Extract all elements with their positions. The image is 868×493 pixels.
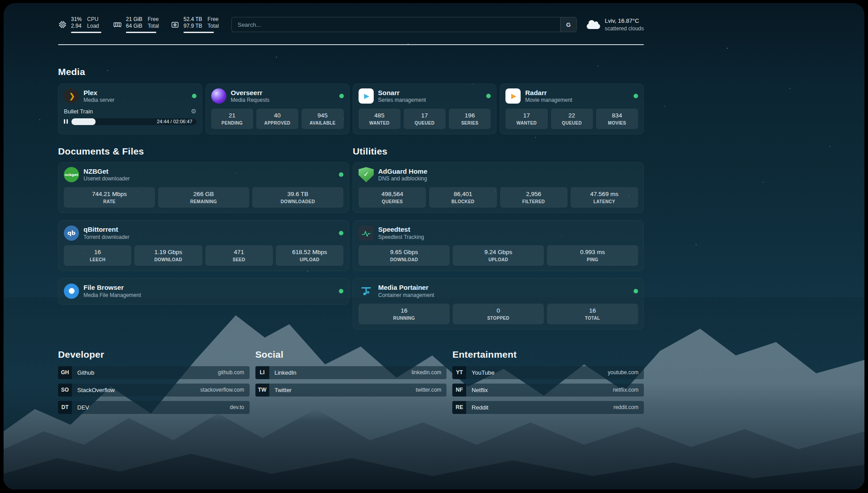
- status-dot: [486, 94, 491, 98]
- social-heading: Social: [255, 349, 447, 360]
- service-card-filebrowser[interactable]: File Browser Media File Management: [58, 278, 349, 304]
- stat-label: MOVIES: [597, 120, 637, 126]
- stat-label: DOWNLOAD: [359, 256, 449, 263]
- service-card-speedtest[interactable]: Speedtest Speedtest Tracking 9.65 Gbps D…: [353, 220, 644, 271]
- header-divider: [58, 44, 644, 45]
- stat-value: 86,401: [430, 190, 496, 198]
- stat-label: LATENCY: [572, 198, 637, 205]
- bookmark-abbr: SO: [58, 384, 72, 397]
- stat-label: QUEUED: [405, 120, 445, 126]
- bookmark-url: github.com: [218, 369, 244, 376]
- bookmark-name: StackOverflow: [77, 387, 115, 393]
- bookmark-github[interactable]: GH Github github.com: [58, 366, 250, 379]
- stat-value: 196: [450, 112, 490, 120]
- bookmark-name: DEV: [77, 404, 89, 411]
- status-dot: [634, 94, 638, 98]
- bookmark-youtube[interactable]: YT YouTube youtube.com: [452, 366, 644, 379]
- bookmark-reddit[interactable]: RE Reddit reddit.com: [452, 401, 644, 414]
- system-stats: 31% 2.94 CPU Load: [58, 16, 219, 33]
- bookmarks-social: Social LI LinkedIn linkedin.com TW Twitt…: [255, 349, 447, 401]
- service-card-adguard[interactable]: AdGuard Home DNS and adblocking 498,564 …: [353, 162, 644, 213]
- service-card-radarr[interactable]: Radarr Movie management 17 WANTED 22 QUE…: [500, 84, 644, 134]
- stat-value: 618.52 Mbps: [277, 248, 342, 256]
- bookmark-linkedin[interactable]: LI LinkedIn linkedin.com: [255, 366, 447, 379]
- stat-label: LEECH: [65, 256, 130, 263]
- stat-value: 485: [359, 112, 400, 120]
- stat-tile: 498,564 QUERIES: [359, 187, 426, 208]
- stat-tile: 17 QUEUED: [404, 109, 446, 129]
- service-card-qbittorrent[interactable]: qb qBittorrent Torrent downloader 16 LEE…: [58, 220, 349, 271]
- bookmark-abbr: LI: [255, 366, 269, 379]
- ram-stat: 21 GiB 64 GiB Free Total: [113, 16, 159, 33]
- stat-label: QUERIES: [359, 198, 425, 205]
- portainer-icon: [359, 284, 374, 299]
- stat-label: PENDING: [212, 120, 252, 126]
- search-input[interactable]: [232, 17, 560, 32]
- bookmark-abbr: GH: [58, 366, 72, 379]
- service-name: Media Portainer: [378, 283, 434, 292]
- stat-tile: 744.21 Mbps RATE: [64, 187, 155, 208]
- stat-tile: 16 LEECH: [64, 245, 131, 266]
- stat-tile: 0.993 ms PING: [547, 245, 638, 266]
- stat-value: 834: [597, 112, 637, 120]
- bookmark-netflix[interactable]: NF Netflix netflix.com: [452, 384, 644, 397]
- cpu-label-top: CPU: [87, 16, 99, 23]
- bookmark-name: Reddit: [472, 404, 488, 411]
- bookmarks-developer: Developer GH Github github.com SO StackO…: [58, 349, 250, 418]
- stat-value: 17: [405, 112, 445, 120]
- bookmark-twitter[interactable]: TW Twitter twitter.com: [255, 384, 447, 397]
- ram-usage-bar: [126, 32, 156, 33]
- stat-label: UPLOAD: [277, 256, 342, 263]
- stat-value: 40: [257, 112, 297, 120]
- weather-condition: scattered clouds: [605, 25, 644, 32]
- service-name: Overseerr: [231, 88, 270, 97]
- service-name: Plex: [83, 88, 114, 97]
- stat-value: 16: [359, 307, 449, 315]
- status-dot: [339, 289, 343, 293]
- stat-tile: 485 WANTED: [359, 109, 401, 129]
- stat-value: 16: [65, 248, 130, 256]
- disk-sub: 97.9 TB: [184, 23, 202, 30]
- stat-value: 21: [212, 112, 252, 120]
- service-subtitle: Movie management: [525, 97, 572, 104]
- bookmark-name: Twitter: [275, 387, 292, 393]
- dashboard-window: 31% 2.94 CPU Load: [4, 3, 864, 489]
- stat-label: FILTERED: [501, 198, 567, 205]
- stat-value: 2,956: [501, 190, 567, 198]
- service-name: AdGuard Home: [378, 167, 427, 176]
- bookmark-name: Netflix: [472, 387, 488, 393]
- stat-tile: 618.52 Mbps UPLOAD: [276, 245, 343, 266]
- status-dot: [634, 289, 638, 293]
- bookmark-stackoverflow[interactable]: SO StackOverflow stackoverflow.com: [58, 384, 250, 397]
- disk-stat: 52.4 TB 97.9 TB Free Total: [171, 16, 219, 33]
- service-subtitle: Media Requests: [231, 97, 270, 104]
- stat-value: 0.993 ms: [548, 248, 637, 256]
- top-bar: 31% 2.94 CPU Load: [58, 14, 644, 35]
- status-dot: [192, 94, 196, 98]
- service-subtitle: Media server: [83, 97, 114, 104]
- settings-gear-icon[interactable]: ⚙: [191, 108, 196, 114]
- search-provider-button[interactable]: G: [560, 17, 576, 32]
- bookmark-dev[interactable]: DT DEV dev.to: [58, 401, 250, 414]
- stat-label: SERIES: [450, 120, 490, 126]
- search-bar: G: [231, 17, 576, 32]
- stat-label: PING: [548, 256, 637, 263]
- stat-tile: 834 MOVIES: [596, 109, 638, 129]
- service-subtitle: Container management: [378, 292, 434, 299]
- stat-tile: 16 TOTAL: [547, 304, 638, 324]
- cpu-label-bottom: Load: [87, 23, 99, 30]
- documents-section-heading: Documents & Files: [58, 146, 349, 157]
- service-card-sonarr[interactable]: Sonarr Series management 485 WANTED 17 Q…: [353, 84, 497, 134]
- pause-icon: [64, 119, 68, 124]
- filebrowser-icon: [64, 284, 79, 299]
- service-subtitle: Speedtest Tracking: [378, 234, 424, 241]
- service-card-nzbget[interactable]: nzbget NZBGet Usenet downloader 744.21 M…: [58, 162, 349, 213]
- service-card-overseerr[interactable]: Overseerr Media Requests 21 PENDING 40 A…: [205, 84, 350, 134]
- cpu-usage-bar: [71, 32, 101, 33]
- bookmark-abbr: DT: [58, 401, 72, 414]
- service-name: Radarr: [525, 88, 572, 97]
- service-card-portainer[interactable]: Media Portainer Container management 16 …: [353, 278, 644, 329]
- developer-heading: Developer: [58, 349, 250, 360]
- stat-label: DOWNLOAD: [135, 256, 201, 263]
- service-card-plex[interactable]: Plex Media server Bullet Train ⚙ 24:44 /…: [58, 84, 202, 134]
